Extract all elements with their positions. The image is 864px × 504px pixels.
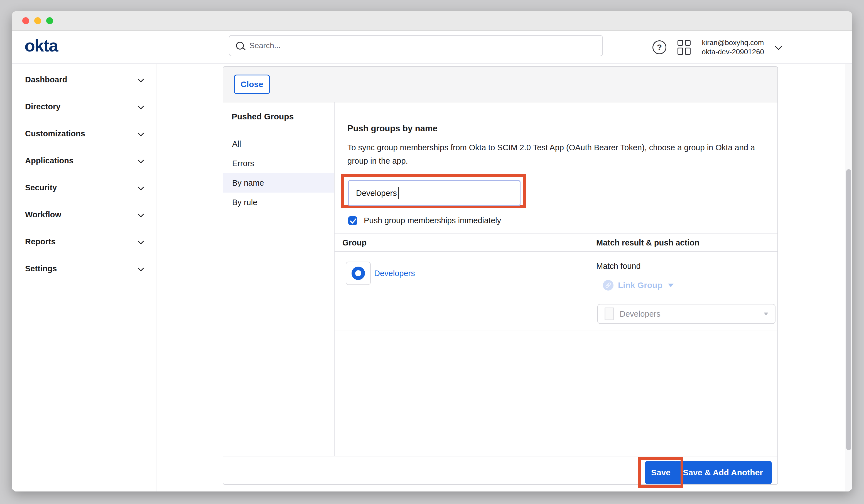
- okta-ring-icon: [351, 267, 365, 280]
- text-cursor: [398, 187, 399, 199]
- column-group: Group: [343, 238, 367, 248]
- sidebar-item-dashboard[interactable]: Dashboard: [12, 66, 156, 93]
- link-group-dropdown-button[interactable]: Link Group: [603, 280, 674, 290]
- group-link[interactable]: Developers: [374, 269, 415, 278]
- push-immediately-checkbox-row[interactable]: Push group memberships immediately: [348, 216, 501, 225]
- checkbox-checked-icon[interactable]: [348, 216, 357, 225]
- group-image-placeholder-icon: [604, 308, 614, 320]
- sidebar: Dashboard Directory Customizations Appli…: [12, 64, 156, 491]
- link-group-label: Link Group: [618, 280, 662, 290]
- chevron-down-icon: [138, 184, 144, 190]
- group-name-input[interactable]: Developers: [348, 180, 520, 206]
- chevron-down-icon: [138, 130, 144, 136]
- menu-item-by-rule[interactable]: By rule: [223, 193, 334, 212]
- row-divider: [335, 331, 778, 331]
- search-placeholder: Search...: [249, 41, 280, 50]
- panel-body: Pushed Groups All Errors By name By rule…: [223, 103, 778, 456]
- minimize-window-icon[interactable]: [34, 17, 41, 24]
- menu-item-errors[interactable]: Errors: [223, 154, 334, 173]
- scrollbar-track[interactable]: [845, 64, 852, 491]
- account-org: okta-dev-20901260: [702, 47, 764, 57]
- chevron-down-icon: [138, 238, 144, 244]
- sidebar-item-applications[interactable]: Applications: [12, 147, 156, 174]
- account-email: kiran@boxyhq.com: [702, 38, 764, 47]
- chain-link-icon: [603, 280, 613, 290]
- zoom-window-icon[interactable]: [46, 17, 53, 24]
- match-status: Match found: [596, 262, 641, 271]
- target-group-value: Developers: [620, 310, 661, 319]
- window-titlebar: [12, 11, 852, 31]
- sidebar-item-reports[interactable]: Reports: [12, 228, 156, 255]
- sidebar-item-workflow[interactable]: Workflow: [12, 201, 156, 228]
- app-header: okta Search... ? kiran@boxyhq.com okta-d…: [12, 31, 852, 64]
- scrollbar-thumb[interactable]: [846, 169, 851, 450]
- table-header: Group Match result & push action: [335, 233, 778, 252]
- close-window-icon[interactable]: [22, 17, 29, 24]
- caret-down-icon: [764, 313, 768, 315]
- group-card: [346, 262, 371, 285]
- chevron-down-icon: [138, 265, 144, 271]
- group-name-value: Developers: [356, 189, 397, 198]
- main-area: Dashboard Directory Customizations Appli…: [12, 64, 852, 491]
- pushed-groups-title: Pushed Groups: [223, 112, 334, 121]
- sidebar-item-settings[interactable]: Settings: [12, 255, 156, 282]
- checkbox-label: Push group memberships immediately: [364, 216, 501, 225]
- chevron-down-icon: [138, 76, 144, 82]
- save-and-add-another-button[interactable]: Save & Add Another: [674, 461, 772, 484]
- target-group-select[interactable]: Developers: [597, 304, 776, 324]
- chevron-down-icon[interactable]: [775, 43, 782, 50]
- chevron-down-icon: [138, 211, 144, 217]
- annotation-box-save: Save: [638, 457, 683, 488]
- column-match-result: Match result & push action: [596, 238, 699, 248]
- okta-logo: okta: [24, 36, 58, 56]
- panel-footer: Save Save & Add Another: [223, 456, 778, 484]
- save-button[interactable]: Save: [645, 461, 677, 484]
- apps-grid-icon[interactable]: [677, 40, 691, 55]
- chevron-down-icon: [138, 157, 144, 163]
- chevron-down-icon: [138, 103, 144, 109]
- account-menu[interactable]: kiran@boxyhq.com okta-dev-20901260: [702, 38, 764, 57]
- global-search[interactable]: Search...: [229, 35, 603, 56]
- header-right-cluster: ? kiran@boxyhq.com okta-dev-20901260: [652, 31, 780, 64]
- help-icon[interactable]: ?: [652, 40, 667, 54]
- menu-item-by-name[interactable]: By name: [223, 173, 334, 193]
- push-groups-panel: Close Pushed Groups All Errors By name B…: [223, 66, 778, 485]
- sidebar-item-security[interactable]: Security: [12, 174, 156, 201]
- sidebar-item-customizations[interactable]: Customizations: [12, 120, 156, 147]
- browser-window: okta Search... ? kiran@boxyhq.com okta-d…: [12, 11, 852, 491]
- page-title: Push groups by name: [347, 123, 437, 134]
- sidebar-item-directory[interactable]: Directory: [12, 93, 156, 120]
- caret-down-icon: [668, 284, 674, 287]
- description-text: To sync group memberships from Okta to S…: [347, 141, 765, 168]
- by-name-content: Push groups by name To sync group member…: [335, 103, 778, 456]
- menu-item-all[interactable]: All: [223, 134, 334, 154]
- panel-toolbar: Close: [223, 67, 778, 103]
- search-icon: [236, 42, 244, 49]
- pushed-groups-menu: Pushed Groups All Errors By name By rule: [223, 103, 335, 456]
- close-button[interactable]: Close: [234, 75, 270, 94]
